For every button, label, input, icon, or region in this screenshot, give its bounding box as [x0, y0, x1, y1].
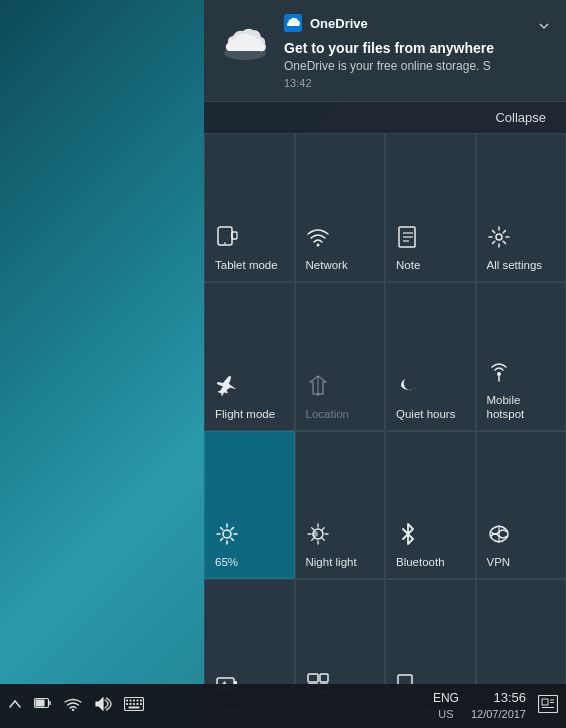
tile-location[interactable]: Location	[295, 282, 386, 431]
tile-quiet-hours[interactable]: Quiet hours	[385, 282, 476, 431]
svg-point-29	[72, 709, 74, 711]
tile-night-light[interactable]: Night light	[295, 431, 386, 580]
all-settings-icon	[487, 225, 511, 253]
svg-rect-37	[130, 703, 132, 705]
taskbar-left	[8, 697, 144, 715]
taskbar-lang-bottom: US	[433, 707, 459, 721]
tile-night-light-label: Night light	[306, 556, 357, 570]
svg-rect-32	[130, 700, 132, 702]
chevron-up-icon[interactable]	[8, 697, 22, 715]
svg-rect-33	[133, 700, 135, 702]
notification-item: OneDrive Get to your files from anywhere…	[204, 0, 566, 102]
taskbar-date: 12/07/2017	[471, 707, 526, 721]
taskbar-time: 13:56	[471, 690, 526, 707]
night-light-icon	[306, 522, 330, 550]
action-center-panel: OneDrive Get to your files from anywhere…	[204, 0, 566, 728]
notif-content: OneDrive Get to your files from anywhere…	[284, 14, 550, 89]
tile-vpn-label: VPN	[487, 556, 511, 570]
tile-all-settings[interactable]: All settings	[476, 133, 567, 282]
tile-network[interactable]: Network	[295, 133, 386, 282]
collapse-row: Collapse	[204, 102, 566, 133]
svg-rect-38	[133, 703, 135, 705]
tile-flight-mode-label: Flight mode	[215, 408, 275, 422]
tile-vpn[interactable]: VPN	[476, 431, 567, 580]
svg-point-9	[496, 234, 502, 240]
location-icon	[306, 374, 330, 402]
expand-icon[interactable]	[536, 18, 552, 39]
svg-rect-34	[137, 700, 139, 702]
tile-note-label: Note	[396, 259, 420, 273]
tile-brightness-label: 65%	[215, 556, 238, 570]
tile-location-label: Location	[306, 408, 349, 422]
notif-time: 13:42	[284, 77, 550, 89]
notif-onedrive-icon	[220, 18, 270, 68]
tile-bluetooth-label: Bluetooth	[396, 556, 445, 570]
svg-rect-35	[140, 700, 142, 702]
tile-all-settings-label: All settings	[487, 259, 543, 273]
tile-tablet-mode-label: Tablet mode	[215, 259, 278, 273]
tile-mobile-hotspot-label: Mobile hotspot	[487, 394, 556, 422]
svg-rect-31	[126, 700, 128, 702]
notif-app-row: OneDrive	[284, 14, 550, 32]
quiet-hours-icon	[396, 374, 420, 402]
svg-rect-39	[137, 703, 139, 705]
tile-network-label: Network	[306, 259, 348, 273]
tile-brightness[interactable]: 65%	[204, 431, 295, 580]
taskbar-clock[interactable]: 13:56 12/07/2017	[471, 690, 526, 721]
brightness-icon	[215, 522, 239, 550]
notification-center-icon[interactable]	[538, 695, 558, 718]
network-icon	[306, 225, 330, 253]
flight-mode-icon	[215, 374, 239, 402]
taskbar-language[interactable]: ENG US	[433, 691, 459, 721]
tile-flight-mode[interactable]: Flight mode	[204, 282, 295, 431]
wifi-icon[interactable]	[64, 697, 82, 715]
svg-point-4	[316, 243, 319, 246]
svg-rect-27	[36, 700, 45, 707]
volume-icon[interactable]	[94, 697, 112, 715]
vpn-icon	[487, 522, 511, 550]
svg-rect-19	[320, 674, 328, 682]
mobile-hotspot-icon	[487, 360, 511, 388]
notif-title: Get to your files from anywhere	[284, 40, 550, 56]
battery-icon[interactable]	[34, 697, 52, 715]
svg-point-13	[223, 530, 231, 538]
quick-actions-grid: Tablet mode Network	[204, 133, 566, 728]
tablet-mode-icon	[215, 225, 239, 253]
tile-mobile-hotspot[interactable]: Mobile hotspot	[476, 282, 567, 431]
collapse-button[interactable]: Collapse	[491, 108, 550, 127]
tile-note[interactable]: Note	[385, 133, 476, 282]
svg-rect-36	[126, 703, 128, 705]
taskbar: ENG US 13:56 12/07/2017	[0, 684, 566, 728]
tile-quiet-hours-label: Quiet hours	[396, 408, 455, 422]
keyboard-icon[interactable]	[124, 697, 144, 715]
svg-rect-41	[129, 707, 140, 709]
taskbar-right: ENG US 13:56 12/07/2017	[433, 690, 558, 721]
svg-rect-18	[308, 674, 318, 682]
notif-body: OneDrive is your free online storage. S	[284, 59, 550, 73]
tile-bluetooth[interactable]: Bluetooth	[385, 431, 476, 580]
tile-tablet-mode[interactable]: Tablet mode	[204, 133, 295, 282]
notif-app-name: OneDrive	[310, 16, 368, 31]
note-icon	[396, 225, 420, 253]
svg-rect-40	[140, 703, 142, 705]
taskbar-lang-top: ENG	[433, 691, 459, 707]
bluetooth-icon	[396, 522, 420, 550]
svg-rect-28	[49, 701, 52, 705]
onedrive-app-icon	[284, 14, 302, 32]
